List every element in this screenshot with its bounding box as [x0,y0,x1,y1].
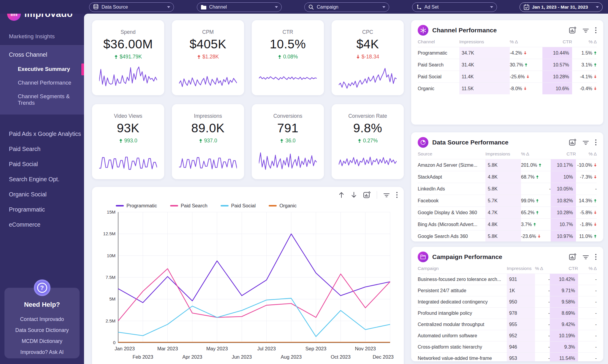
table-row[interactable]: Amazon Ad Server (Sizme...5.8K201.0%10.1… [418,159,597,171]
table-row[interactable]: Facebook5.7K99.0%10.82%14.3% [418,195,597,206]
cell-ctr: 11.54% [550,353,578,361]
svg-text:Feb 2023: Feb 2023 [132,354,153,360]
sort-up-icon[interactable] [338,191,345,198]
kpi-card-conversion-rate: Conversion Rate9.8%0.27% [332,104,404,179]
chart-settings-icon[interactable] [569,139,577,146]
kebab-icon[interactable] [396,191,398,198]
sidebar-item-executive-summary[interactable]: Executive Summary [0,62,84,76]
kpi-delta: 0.08% [252,54,324,60]
sidebar-item-ecommerce[interactable]: eCommerce [0,217,84,232]
column-header: % Δ [521,151,551,157]
cell-delta-ctr: - [578,274,597,285]
table-row[interactable]: Persistent 24/7 attitude1K-9.71%- [418,285,597,296]
table-row[interactable]: Paid Search31.4K30.7%10.57%3.1% [418,59,597,71]
cell-delta-ctr: - [578,296,597,307]
delta-value: -4.2% [510,50,522,56]
arrow-down-icon [594,87,597,90]
delta-value: 201.0% [521,163,537,168]
kpi-grid: Spend$36.00M$491.79KCPM$405K$1.28KCTR10.… [92,20,404,179]
table-row[interactable]: Integrated dedicated contingency950-9.58… [418,296,597,307]
arrow-up-icon [594,63,597,66]
kpi-sparkline [259,149,317,175]
filter-icon[interactable] [582,254,589,260]
kpi-card-conversions: Conversions79136.0 [252,104,324,179]
help-link-improvado-ask-ai[interactable]: Improvado? Ask AI [4,347,80,358]
filter-icon[interactable] [582,27,589,33]
sidebar-item-paid-search[interactable]: Paid Search [0,142,84,157]
filter-campaign[interactable]: Campaign [304,2,389,12]
nav-group-label[interactable]: Cross Channel [0,50,84,62]
kpi-title: Impressions [172,113,244,119]
sidebar-item-channel-performance[interactable]: Channel Performance [0,76,84,90]
table-row[interactable]: Automated uniform software952-10.19%- [418,330,597,341]
help-link-contact-improvado[interactable]: Contact Improvado [4,314,80,325]
svg-text:15M: 15M [107,209,115,214]
table-row[interactable]: StackAdapt4.8K68.7%10%-7.3% [418,171,597,183]
delta-value: 3.1% [582,62,592,68]
cell-delta-ctr: - [578,319,597,330]
filter-channel[interactable]: Channel [197,2,282,12]
date-range-picker[interactable]: Jan 1, 2023 - Mar 31, 2023 [520,2,603,12]
sidebar-item-organic-social[interactable]: Organic Social [0,187,84,202]
kebab-icon[interactable] [595,139,597,146]
delta-value: -0.4% [580,86,592,91]
table-row[interactable]: Google Display & Video 3604.7K65.2%10.28… [418,206,597,218]
sidebar-item-channel-segments-trends[interactable]: Channel Segments & Trends [0,90,84,110]
delta-value: -7.3% [580,174,592,180]
legend-item-organic[interactable]: Organic [269,203,297,209]
cell-impressions: 34.7K [459,47,510,59]
table-row[interactable]: Business-focused zero tolerance arch...9… [418,274,597,285]
table-row[interactable]: Programmatic34.7K-4.2%10.44%1.5% [418,47,597,59]
sort-down-icon[interactable] [351,191,357,198]
legend-item-paid-search[interactable]: Paid Search [170,203,208,209]
chevron-down-icon [490,6,493,8]
kpi-delta-value: 0.27% [363,138,378,144]
chart-settings-icon[interactable] [363,191,371,199]
panel-source-performance: Data Source PerformanceSourceImpressions… [411,132,603,241]
chart-settings-icon[interactable] [569,26,577,34]
legend-swatch [221,205,229,206]
table-row[interactable]: Bing Ads (Microsoft Advert...4.8K3.7%10.… [418,218,597,230]
table-header: CampaignImpressions% ΔCTR% Δ [418,263,597,274]
table-row[interactable]: Organic11.5K-8.0%10.6%-0.4% [418,82,597,94]
cell-ctr: 10.6% [542,83,572,94]
sidebar-item-programmatic[interactable]: Programmatic [0,202,84,217]
sidebar-nav: Cross ChannelExecutive SummaryChannel Pe… [0,45,84,232]
kpi-sparkline [179,65,237,91]
legend-item-paid-social[interactable]: Paid Social [221,203,256,209]
svg-text:2.5M: 2.5M [106,318,115,323]
filter-ad-set[interactable]: Ad Set [412,2,497,12]
sidebar-item-paid-social[interactable]: Paid Social [0,157,84,172]
filter-data-source[interactable]: Data Source [89,2,174,12]
chevron-down-icon [596,6,599,8]
help-link-data-source-dictionary[interactable]: Data Source Dictionary [4,325,80,336]
filter-label: Campaign [317,4,381,10]
table-row[interactable]: Paid Social11.4K-25.6%10.28%-4.1% [418,71,597,82]
kpi-delta-value: 993.0 [124,138,137,144]
table-row[interactable]: Profound intangible policy978-8.69%- [418,307,597,319]
help-link-mcdm-dictionary[interactable]: MCDM Dictionary [4,336,80,347]
arrow-down-icon [524,51,527,55]
kpi-value: $405K [172,37,244,51]
legend-item-programmatic[interactable]: Programmatic [116,203,157,209]
sidebar-item-search-engine-opt-[interactable]: Search Engine Opt. [0,172,84,187]
table-row[interactable]: Centralized modular throughput955-9.42%- [418,319,597,330]
sidebar-item-paid-ads-x-google-analytics[interactable]: Paid Ads x Google Analytics [0,126,84,142]
cell-impressions: 5.8K [485,159,521,171]
kebab-icon[interactable] [595,253,597,260]
chart-settings-icon[interactable] [569,253,577,261]
filter-icon[interactable] [383,192,390,198]
arrow-up-icon [199,139,202,143]
cell-delta-impressions: -4.2% [510,47,542,59]
help-icon[interactable]: ? [34,279,50,296]
table-row[interactable]: Networked value-added time-frame953-11.5… [418,352,597,361]
filter-icon[interactable] [582,139,589,145]
kebab-icon[interactable] [595,27,597,34]
active-indicator [81,63,84,75]
table-row[interactable]: Cross-platform static hierarchy946-9.3%- [418,341,597,352]
kpi-card-spend: Spend$36.00M$491.79K [92,20,164,95]
table-row[interactable]: Google Search Ads 3605.8K-23.6%10.97%11.… [418,230,597,241]
kpi-delta-value: 937.0 [204,138,217,144]
kpi-value: 93K [92,121,164,135]
table-row[interactable]: LinkedIn Ads5.8K-10.05%- [418,183,597,195]
